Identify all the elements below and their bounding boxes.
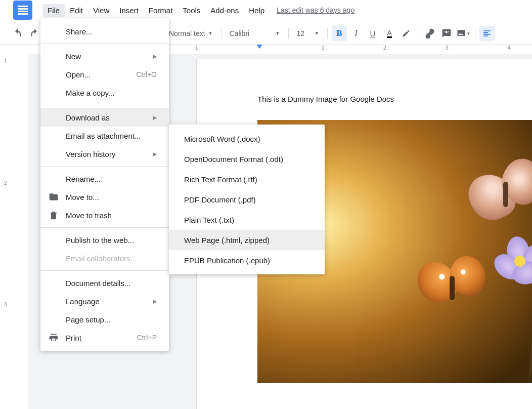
submenu-arrow-icon: ▶ <box>153 53 157 60</box>
menu-insert[interactable]: Insert <box>114 4 144 17</box>
menu-item-move-to-trash[interactable]: Move to trash <box>40 206 169 224</box>
menu-item-label: Make a copy... <box>66 89 114 97</box>
docs-logo-icon[interactable] <box>13 1 32 20</box>
menu-item-label: Move to... <box>66 193 99 201</box>
menu-item-rename[interactable]: Rename... <box>40 170 169 188</box>
menu-item-label: Language <box>66 297 100 306</box>
menu-item-version-history[interactable]: Version history▶ <box>40 145 169 163</box>
menu-view[interactable]: View <box>88 4 114 17</box>
align-left-button[interactable] <box>479 26 495 41</box>
menu-item-language[interactable]: Language▶ <box>40 292 169 310</box>
toolbar-separator <box>475 28 475 39</box>
document-body-text[interactable]: This is a Dummy Image for Google Docs <box>257 95 394 103</box>
download-rtf[interactable]: Rich Text Format (.rtf) <box>169 169 325 189</box>
menu-tools[interactable]: Tools <box>178 4 205 17</box>
bold-icon: B <box>336 28 342 38</box>
paragraph-style-select[interactable]: Normal text ▼ <box>165 26 217 41</box>
menu-item-open[interactable]: Open...Ctrl+O <box>40 65 169 84</box>
menu-item-move-to[interactable]: Move to... <box>40 188 169 206</box>
insert-image-button[interactable]: ▼ <box>456 26 471 41</box>
highlight-icon <box>401 28 411 38</box>
insert-link-button[interactable] <box>422 26 437 41</box>
last-edit-link[interactable]: Last edit was 6 days ago <box>277 6 354 14</box>
caret-down-icon: ▼ <box>208 31 213 36</box>
menu-item-download-as[interactable]: Download as▶ <box>40 108 169 127</box>
bold-button[interactable]: B <box>332 26 347 41</box>
menu-format[interactable]: Format <box>144 4 178 17</box>
paragraph-style-label: Normal text <box>169 29 205 37</box>
menu-addons[interactable]: Add-ons <box>205 4 244 17</box>
font-family-select[interactable]: Calibri ▼ <box>226 26 284 41</box>
menu-item-label: Web Page (.html, zipped) <box>184 236 270 244</box>
underline-button[interactable]: U <box>365 26 380 41</box>
download-odt[interactable]: OpenDocument Format (.odt) <box>169 149 325 169</box>
font-size-label: 12 <box>297 29 305 37</box>
menu-item-page-setup[interactable]: Page setup... <box>40 310 169 329</box>
menu-item-publish-web[interactable]: Publish to the web... <box>40 231 169 249</box>
menu-item-new[interactable]: New▶ <box>40 47 169 65</box>
menu-item-email-attachment[interactable]: Email as attachment... <box>40 127 169 145</box>
menu-item-label: Publish to the web... <box>66 236 134 244</box>
link-icon <box>425 28 435 38</box>
ruler-tick: 3 <box>446 45 449 51</box>
menu-item-label: Share... <box>66 27 93 36</box>
ruler-tick: 2 <box>4 180 7 186</box>
menu-help[interactable]: Help <box>244 4 270 17</box>
menu-item-label: Download as <box>66 113 110 122</box>
menu-item-share[interactable]: Share... <box>40 22 169 40</box>
download-pdf[interactable]: PDF Document (.pdf) <box>169 189 325 210</box>
ruler-tick: 1 <box>322 45 325 51</box>
menu-item-email-collaborators: Email collaborators... <box>40 249 169 267</box>
font-size-select[interactable]: 12 ▼ <box>293 26 324 41</box>
comment-icon <box>441 28 452 38</box>
menu-file[interactable]: File <box>42 4 65 17</box>
menu-item-label: Microsoft Word (.docx) <box>184 135 260 143</box>
undo-button[interactable] <box>10 26 25 41</box>
ruler-tick: 2 <box>383 45 386 51</box>
menubar: File Edit View Insert Format Tools Add-o… <box>0 3 532 17</box>
trash-icon <box>49 210 59 220</box>
underline-icon: U <box>370 29 376 38</box>
redo-icon <box>29 28 39 38</box>
flower-stem-shape <box>527 282 532 383</box>
redo-button[interactable] <box>27 26 42 41</box>
image-icon <box>456 28 466 38</box>
menu-item-label: Open... <box>66 70 91 79</box>
download-epub[interactable]: EPUB Publication (.epub) <box>169 250 325 270</box>
download-txt[interactable]: Plain Text (.txt) <box>169 210 325 230</box>
menu-item-label: Plain Text (.txt) <box>184 216 234 224</box>
download-as-submenu: Microsoft Word (.docx) OpenDocument Form… <box>169 125 325 274</box>
indent-marker[interactable] <box>256 45 262 49</box>
menu-item-document-details[interactable]: Document details... <box>40 274 169 292</box>
text-color-button[interactable]: A <box>382 26 397 41</box>
menu-item-label: OpenDocument Format (.odt) <box>184 155 283 163</box>
ruler-tick: 1 <box>195 45 198 51</box>
toolbar-separator <box>418 28 418 39</box>
menu-item-print[interactable]: Print Ctrl+P <box>40 329 169 347</box>
download-docx[interactable]: Microsoft Word (.docx) <box>169 129 325 149</box>
font-family-label: Calibri <box>230 29 250 37</box>
text-color-icon: A <box>387 29 392 38</box>
italic-button[interactable]: I <box>348 26 364 41</box>
insert-comment-button[interactable] <box>439 26 454 41</box>
menu-item-label: EPUB Publication (.epub) <box>184 256 270 265</box>
submenu-arrow-icon: ▶ <box>153 114 157 121</box>
butterfly-shape <box>464 150 532 226</box>
menu-item-label: Rename... <box>66 175 101 183</box>
menu-shortcut: Ctrl+P <box>137 334 157 342</box>
align-left-icon <box>482 28 492 38</box>
submenu-arrow-icon: ▶ <box>153 298 157 305</box>
ruler-tick: 1 <box>4 59 7 64</box>
ruler-tick: 4 <box>508 45 511 51</box>
toolbar-separator <box>327 28 328 39</box>
menu-edit[interactable]: Edit <box>65 4 88 17</box>
menu-item-label: Version history <box>66 150 115 158</box>
vertical-ruler: 1 2 3 <box>0 54 12 409</box>
menu-item-make-copy[interactable]: Make a copy... <box>40 84 169 102</box>
caret-down-icon: ▼ <box>276 31 280 36</box>
butterfly-shape <box>413 252 489 312</box>
undo-icon <box>13 28 23 38</box>
download-html[interactable]: Web Page (.html, zipped) <box>169 230 325 250</box>
highlight-button[interactable] <box>398 26 414 41</box>
menu-item-label: Email collaborators... <box>66 254 137 263</box>
